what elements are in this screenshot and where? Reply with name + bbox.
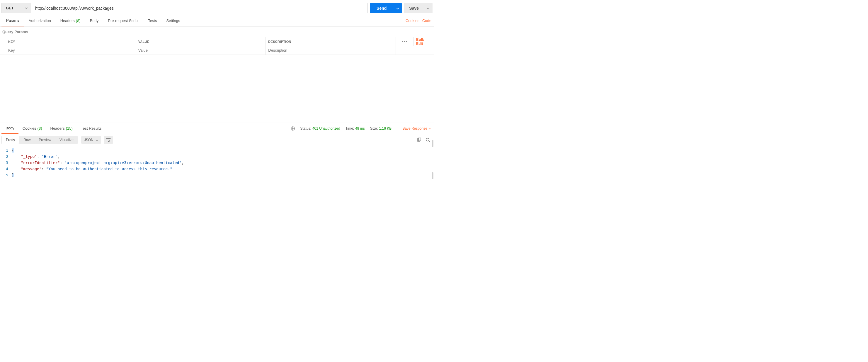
status-label: Status: — [300, 127, 311, 131]
query-params-title: Query Params — [0, 27, 434, 37]
line-number: 5 — [0, 172, 8, 178]
request-tabs-right: Cookies Code — [406, 19, 433, 23]
more-options-icon[interactable]: ••• — [402, 39, 408, 44]
response-tabs: Body Cookies(3) Headers(15) Test Results… — [0, 123, 434, 134]
tab-label: Settings — [166, 19, 180, 23]
tab-count: (15) — [66, 126, 73, 131]
col-value: VALUE — [136, 37, 266, 46]
line-number: 3 — [0, 160, 8, 166]
save-button[interactable]: Save — [404, 3, 424, 13]
json-code[interactable]: { "_type": "Error", "errorIdentifier": "… — [12, 147, 434, 178]
response-section: Body Cookies(3) Headers(15) Test Results… — [0, 122, 434, 181]
cookies-link[interactable]: Cookies — [406, 19, 420, 23]
tab-tests[interactable]: Tests — [143, 15, 161, 26]
col-description: DESCRIPTION — [266, 37, 396, 46]
params-header-row: KEY VALUE DESCRIPTION ••• Bulk Edit — [0, 37, 434, 46]
tab-label: Tests — [148, 19, 157, 23]
col-key: KEY — [6, 37, 136, 46]
line-number: 4 — [0, 166, 8, 172]
size-value: 1.16 KB — [379, 127, 392, 131]
view-pretty[interactable]: Pretty — [1, 136, 19, 144]
line-number: 2 — [0, 154, 8, 160]
send-button[interactable]: Send — [370, 3, 393, 13]
line-number: 1 — [0, 147, 8, 154]
save-button-group: Save — [404, 3, 433, 13]
tab-body[interactable]: Body — [85, 15, 103, 26]
size-label: Size: — [370, 127, 378, 131]
time-value: 48 ms — [355, 127, 365, 131]
svg-point-3 — [426, 138, 429, 141]
json-viewer: 1 2 3 4 5 { "_type": "Error", "errorIden… — [0, 146, 434, 181]
request-bar: GET Send Save — [0, 0, 434, 15]
resp-tab-headers[interactable]: Headers(15) — [46, 123, 77, 134]
tab-label: Pre-request Script — [108, 19, 138, 23]
send-dropdown-button[interactable] — [393, 3, 402, 13]
params-input-row — [0, 46, 434, 55]
status-value: 401 Unauthorized — [312, 127, 340, 131]
wrap-lines-button[interactable] — [104, 136, 113, 144]
scrollbar-thumb[interactable] — [432, 140, 433, 147]
view-visualize[interactable]: Visualize — [55, 136, 78, 144]
code-link[interactable]: Code — [422, 19, 431, 23]
view-raw[interactable]: Raw — [19, 136, 35, 144]
request-tabs: Params Authorization Headers(8) Body Pre… — [0, 15, 434, 27]
resp-tab-test-results[interactable]: Test Results — [77, 123, 106, 134]
tab-label: Cookies — [23, 126, 36, 131]
response-view-toolbar: Pretty Raw Preview Visualize JSON — [0, 134, 434, 146]
param-key-input[interactable] — [8, 46, 133, 55]
tab-headers[interactable]: Headers(8) — [56, 15, 85, 26]
bulk-edit-link[interactable]: Bulk Edit — [413, 37, 434, 46]
tab-prerequest[interactable]: Pre-request Script — [103, 15, 143, 26]
resp-tab-body[interactable]: Body — [1, 123, 19, 134]
svg-rect-2 — [418, 138, 421, 141]
chevron-down-icon — [25, 7, 28, 9]
response-meta: Status:401 Unauthorized Time:48 ms Size:… — [290, 126, 433, 131]
resp-tab-cookies[interactable]: Cookies(3) — [19, 123, 46, 134]
tab-settings[interactable]: Settings — [161, 15, 185, 26]
save-response-label: Save Response — [402, 127, 427, 131]
tab-label: Authorization — [29, 19, 51, 23]
search-icon[interactable] — [426, 138, 430, 142]
param-value-input[interactable] — [138, 46, 264, 55]
chevron-down-icon — [427, 6, 430, 10]
method-url-group: GET — [1, 3, 368, 13]
line-gutter: 1 2 3 4 5 — [0, 147, 12, 178]
tab-label: Test Results — [81, 126, 102, 131]
view-toolbar-right — [417, 138, 433, 142]
time-label: Time: — [345, 127, 354, 131]
tab-label: Body — [6, 126, 14, 130]
tab-count: (3) — [37, 126, 42, 131]
format-label: JSON — [84, 138, 93, 142]
http-method-select[interactable]: GET — [2, 3, 31, 13]
send-button-group: Send — [370, 3, 402, 13]
tab-label: Headers — [51, 126, 65, 131]
tab-label: Params — [6, 18, 19, 23]
save-dropdown-button[interactable] — [424, 3, 433, 13]
view-preview[interactable]: Preview — [35, 136, 55, 144]
tab-label: Body — [90, 19, 99, 23]
format-select[interactable]: JSON — [81, 136, 101, 144]
param-description-input[interactable] — [268, 46, 393, 55]
tab-authorization[interactable]: Authorization — [24, 15, 56, 26]
tab-label: Headers — [60, 19, 75, 23]
query-params-table: KEY VALUE DESCRIPTION ••• Bulk Edit — [0, 37, 434, 55]
request-url-input[interactable] — [31, 3, 368, 13]
save-response-button[interactable]: Save Response — [402, 127, 431, 131]
http-method-label: GET — [6, 6, 14, 10]
globe-icon[interactable] — [290, 126, 295, 131]
chevron-down-icon — [96, 138, 98, 142]
tab-params[interactable]: Params — [1, 15, 24, 26]
view-mode-group: Pretty Raw Preview Visualize — [1, 136, 78, 144]
chevron-down-icon — [396, 6, 399, 10]
copy-icon[interactable] — [417, 138, 422, 142]
tab-count: (8) — [76, 19, 81, 23]
scrollbar-thumb[interactable] — [432, 172, 433, 179]
